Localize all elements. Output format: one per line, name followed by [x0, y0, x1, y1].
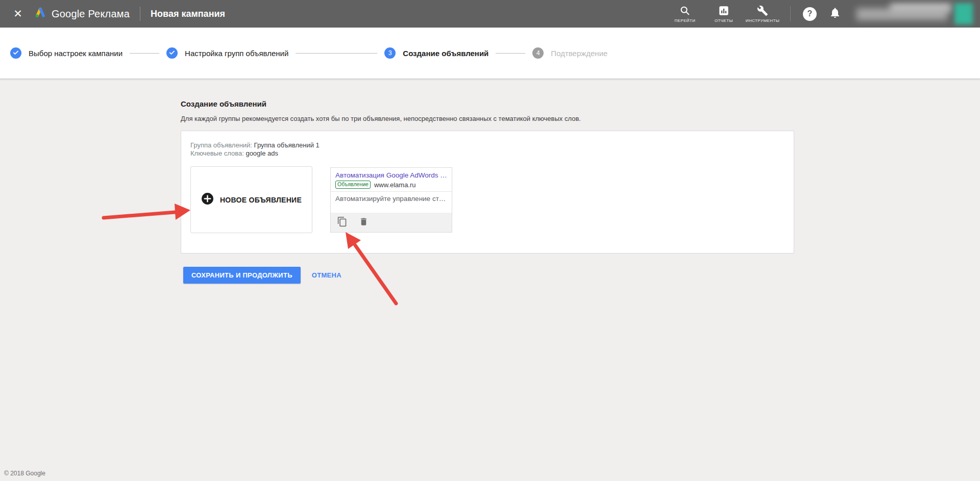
- ad-title-link[interactable]: Автоматизация Google AdWords | П...: [335, 171, 447, 179]
- topbar-right: ПЕРЕЙТИ ОТЧЕТЫ ИНСТРУМЕНТЫ: [666, 3, 973, 24]
- topbar: ✕ Google Реклама Новая кампания ПЕРЕЙТИ: [0, 0, 980, 28]
- stepper-connector: [130, 53, 159, 54]
- search-icon: [679, 5, 691, 16]
- step-confirmation: 4 Подтверждение: [532, 47, 607, 59]
- blur-block: [890, 4, 951, 12]
- trash-icon: [359, 217, 369, 229]
- new-ad-label: НОВОЕ ОБЪЯВЛЕНИЕ: [220, 196, 302, 204]
- action-buttons: СОХРАНИТЬ И ПРОДОЛЖИТЬ ОТМЕНА: [183, 267, 341, 284]
- question-icon: ?: [807, 9, 813, 18]
- topbar-divider: [140, 7, 140, 21]
- group-info: Группа объявлений: Группа объявлений 1 К…: [190, 141, 320, 158]
- check-icon: [168, 49, 176, 58]
- tools-icon: [757, 5, 768, 16]
- ad-head: Автоматизация Google AdWords | П... Объя…: [331, 168, 452, 191]
- step-4-circle: 4: [532, 47, 544, 59]
- step-4-label: Подтверждение: [551, 49, 607, 58]
- copyright-text: © 2018 Google: [4, 470, 45, 477]
- section-heading: Создание объявлений: [181, 99, 266, 108]
- annotation-arrow-new-ad: [100, 200, 194, 229]
- account-info-blurred[interactable]: [854, 4, 951, 24]
- delete-ad-button[interactable]: [359, 217, 369, 229]
- keywords-line: Ключевые слова: google ads: [190, 149, 320, 158]
- group-line: Группа объявлений: Группа объявлений 1: [190, 141, 320, 149]
- ad-display-url: www.elama.ru: [374, 181, 416, 189]
- google-ads-logo-icon: [34, 6, 47, 21]
- step-3-label: Создание объявлений: [403, 49, 488, 58]
- group-label: Группа объявлений:: [190, 141, 252, 149]
- step-3-circle: 3: [384, 47, 396, 59]
- stepper-connector: [496, 53, 525, 54]
- bell-icon: [829, 12, 841, 20]
- avatar[interactable]: [954, 3, 973, 24]
- notifications-button[interactable]: [829, 7, 841, 21]
- step-adgroup-settings[interactable]: Настройка групп объявлений: [166, 47, 288, 59]
- page-body: Создание объявлений Для каждой группы ре…: [0, 79, 980, 481]
- nav-reports-button[interactable]: ОТЧЕТЫ: [707, 5, 740, 23]
- copy-ad-button[interactable]: [337, 216, 348, 229]
- ad-preview-card: Автоматизация Google AdWords | П... Объя…: [330, 167, 452, 233]
- step-2-circle: [166, 47, 178, 59]
- nav-tools-label: ИНСТРУМЕНТЫ: [746, 18, 779, 23]
- nav-reports-label: ОТЧЕТЫ: [715, 18, 733, 23]
- nav-goto-label: ПЕРЕЙТИ: [675, 18, 696, 23]
- step-campaign-settings[interactable]: Выбор настроек кампании: [10, 47, 122, 59]
- topbar-divider: [790, 6, 791, 21]
- nav-tools-button[interactable]: ИНСТРУМЕНТЫ: [746, 5, 779, 23]
- cancel-button[interactable]: ОТМЕНА: [312, 271, 341, 279]
- save-and-continue-button[interactable]: СОХРАНИТЬ И ПРОДОЛЖИТЬ: [183, 267, 301, 284]
- section-description: Для каждой группы рекомендуется создать …: [181, 115, 581, 122]
- step-1-circle: [10, 47, 21, 59]
- campaign-stepper: Выбор настроек кампании Настройка групп …: [0, 28, 980, 79]
- plus-circle-icon: [201, 192, 214, 207]
- ad-group-card: Группа объявлений: Группа объявлений 1 К…: [181, 131, 794, 254]
- brand: Google Реклама: [34, 6, 130, 21]
- check-icon: [12, 49, 19, 58]
- copy-icon: [337, 216, 348, 229]
- page-title: Новая кампания: [151, 9, 225, 19]
- brand-name: Google Реклама: [52, 8, 130, 20]
- ad-badge: Объявление: [335, 181, 371, 189]
- group-value: Группа объявлений 1: [254, 141, 320, 149]
- keywords-label: Ключевые слова:: [190, 149, 244, 157]
- step-2-label: Настройка групп объявлений: [185, 49, 288, 58]
- ad-url-row: Объявление www.elama.ru: [335, 181, 447, 189]
- close-icon[interactable]: ✕: [9, 5, 27, 22]
- ad-toolbar: [331, 213, 452, 232]
- new-ad-button[interactable]: НОВОЕ ОБЪЯВЛЕНИЕ: [190, 166, 312, 233]
- keywords-value: google ads: [246, 149, 278, 157]
- nav-goto-button[interactable]: ПЕРЕЙТИ: [669, 5, 701, 23]
- reports-icon: [718, 5, 729, 16]
- step-create-ads[interactable]: 3 Создание объявлений: [384, 47, 488, 59]
- step-1-label: Выбор настроек кампании: [29, 49, 122, 58]
- ad-description: Автоматизируйте управление став...: [331, 192, 452, 213]
- stepper-connector: [296, 53, 377, 54]
- help-button[interactable]: ?: [803, 7, 817, 21]
